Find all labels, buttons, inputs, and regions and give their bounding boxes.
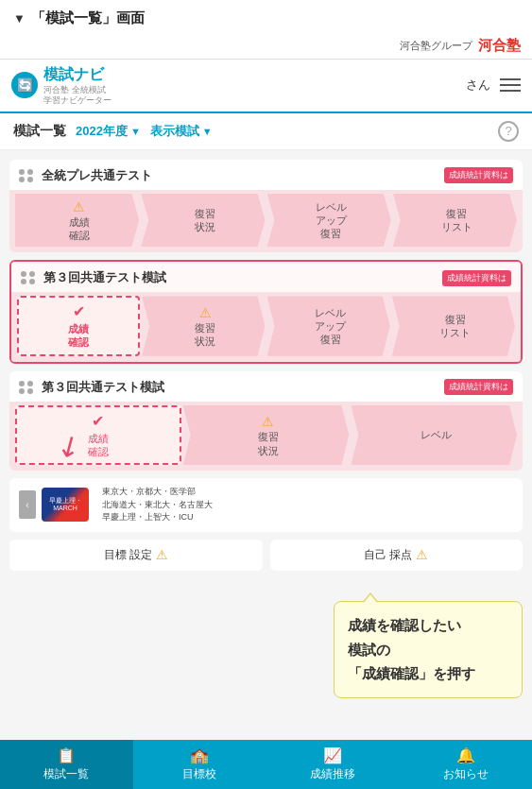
grid-icon-2: [21, 271, 36, 284]
nav-score-trend-icon: 📈: [323, 746, 342, 764]
warn-icon-goal: ⚠: [156, 547, 168, 562]
exam-1-steps: ⚠ 成績確認 復習状況 レベルアップ復習 復習リスト: [9, 190, 523, 253]
exam-2-step-1[interactable]: ✔ 成績確認: [17, 296, 140, 355]
exam-2-title: 第３回共通テスト模試: [43, 269, 435, 286]
exam-card-2: 第３回共通テスト模試 成績統計資料は ✔ 成績確認 ⚠ 復習状況 レベルアップ復…: [9, 260, 523, 363]
logo-text: 模試ナビ 河合塾 全統模試 学習ナビゲーター: [43, 65, 112, 106]
nav-exam-list[interactable]: 📋 模試一覧: [0, 740, 133, 789]
app-logo: 🔄 模試ナビ 河合塾 全統模試 学習ナビゲーター: [11, 65, 112, 106]
self-score-card[interactable]: 自己 採点 ⚠: [270, 540, 523, 571]
goal-label: 目標 設定: [104, 547, 152, 563]
exam-1-step-4[interactable]: 復習リスト: [393, 194, 517, 248]
exam-3-title: 第３回共通テスト模試: [42, 379, 437, 396]
display-select[interactable]: 表示模試 ▼: [150, 123, 213, 140]
exam-1-step-3[interactable]: レベルアップ復習: [267, 194, 391, 248]
exam-1-title: 全統プレ共通テスト: [42, 167, 437, 184]
exam-2-badge: 成績統計資料は: [442, 270, 511, 286]
warn-icon-self: ⚠: [416, 547, 428, 562]
goal-setting-inner: 目標 設定 ⚠: [104, 547, 168, 563]
exam-2-step-3[interactable]: レベルアップ復習: [267, 296, 390, 355]
self-score-inner: 自己 採点 ⚠: [364, 547, 428, 563]
year-select[interactable]: 2022年度 ▼: [76, 123, 141, 140]
page-title: 「模試一覧」画面: [31, 9, 145, 27]
nav-target-school-icon: 🏫: [190, 746, 209, 764]
exam-card-2-header: 第３回共通テスト模試 成績統計資料は: [11, 262, 521, 292]
nav-exam-list-icon: 📋: [57, 746, 76, 764]
nav-score-trend[interactable]: 📈 成績推移: [266, 740, 400, 789]
logo-icon: 🔄: [11, 72, 38, 98]
tooltip-bubble: 成績を確認したい 模試の 「成績確認」を押す: [334, 601, 523, 698]
bottom-row: 目標 設定 ⚠ 自己 採点 ⚠: [9, 540, 523, 580]
filter-bar: 模試一覧 2022年度 ▼ 表示模試 ▼ ?: [0, 113, 532, 150]
logo-sub-text: 河合塾 全統模試 学習ナビゲーター: [43, 85, 112, 106]
exam-1-step-2[interactable]: 復習状況: [141, 194, 265, 248]
app-header: 🔄 模試ナビ 河合塾 全統模試 学習ナビゲーター さん: [0, 60, 532, 113]
exam-1-arrow-row: ⚠ 成績確認 復習状況 レベルアップ復習 復習リスト: [15, 194, 517, 248]
nav-exam-list-label: 模試一覧: [43, 766, 89, 782]
exam-card-3-header: 第３回共通テスト模試 成績統計資料は: [9, 371, 523, 402]
nav-target-school-label: 目標校: [182, 766, 216, 782]
exam-card-1-header: 全統プレ共通テスト 成績統計資料は: [9, 160, 523, 190]
grid-icon-1: [19, 169, 34, 182]
page-title-area: ▼ 「模試一覧」画面: [0, 0, 532, 33]
exam-3-step-2[interactable]: ⚠ 復習状況: [183, 405, 350, 465]
tooltip-line1: 成績を確認したい: [348, 613, 508, 638]
univ-logo-text: 早慶上理・MARCH: [42, 497, 89, 513]
check-icon-2: ✔: [73, 302, 85, 322]
check-icon-3: ✔: [92, 412, 104, 432]
exam-3-step-1[interactable]: ✔ 成績確認: [15, 405, 181, 465]
triangle-icon: ▼: [13, 11, 26, 26]
nav-notice[interactable]: 🔔 お知らせ: [399, 740, 532, 789]
nav-notice-icon: 🔔: [456, 746, 475, 764]
help-button[interactable]: ?: [498, 121, 519, 142]
exam-card-3: 第３回共通テスト模試 成績統計資料は ✔ 成績確認 ⚠ 復習状況 レベル: [9, 371, 523, 471]
breadcrumb-label: 模試一覧: [13, 123, 66, 140]
exam-1-step-1[interactable]: ⚠ 成績確認: [15, 194, 139, 248]
exam-2-step-4[interactable]: 復習リスト: [392, 296, 515, 355]
left-arrow-icon[interactable]: ‹: [19, 490, 36, 519]
exam-2-arrow-row: ✔ 成績確認 ⚠ 復習状況 レベルアップ復習 復習リスト: [17, 296, 515, 355]
warn-icon-2: ⚠: [199, 304, 212, 321]
year-chevron-icon: ▼: [130, 126, 141, 137]
logo-main-text: 模試ナビ: [43, 65, 112, 85]
nav-score-trend-label: 成績推移: [310, 766, 355, 782]
exam-card-1: 全統プレ共通テスト 成績統計資料は ⚠ 成績確認 復習状況 レベルアップ復習 復…: [9, 160, 523, 253]
exam-3-steps: ✔ 成績確認 ⚠ 復習状況 レベル: [9, 402, 523, 471]
warn-icon-1: ⚠: [73, 198, 85, 215]
grid-icon-3: [19, 381, 34, 394]
brand-group: 河合塾グループ: [400, 39, 472, 53]
tooltip-line2: 模試の: [348, 638, 508, 662]
univ-text-block: 東京大・京都大・医学部 北海道大・東北大・名古屋大 早慶上理・上智大・ICU: [102, 486, 213, 524]
exam-3-arrow-row: ✔ 成績確認 ⚠ 復習状況 レベル: [15, 405, 517, 465]
exam-1-badge: 成績統計資料は: [444, 167, 513, 183]
self-score-label: 自己 採点: [364, 547, 412, 563]
nav-target-school[interactable]: 🏫 目標校: [133, 740, 266, 789]
tooltip-line3: 「成績確認」を押す: [348, 661, 508, 686]
main-content: 全統プレ共通テスト 成績統計資料は ⚠ 成績確認 復習状況 レベルアップ復習 復…: [0, 150, 532, 774]
user-label: さん: [466, 77, 490, 94]
nav-notice-label: お知らせ: [443, 766, 489, 782]
warn-icon-3: ⚠: [262, 413, 274, 430]
exam-2-steps: ✔ 成績確認 ⚠ 復習状況 レベルアップ復習 復習リスト: [11, 292, 521, 361]
brand-bar: 河合塾グループ 河合塾: [0, 33, 532, 60]
header-right: さん: [466, 77, 521, 94]
goal-setting-card[interactable]: 目標 設定 ⚠: [9, 540, 263, 571]
brand-name: 河合塾: [478, 37, 521, 55]
bottom-nav: 📋 模試一覧 🏫 目標校 📈 成績推移 🔔 お知らせ: [0, 740, 532, 789]
univ-logo: 早慶上理・MARCH: [42, 488, 89, 522]
exam-3-badge: 成績統計資料は: [444, 379, 513, 395]
exam-3-step-3[interactable]: レベル: [351, 405, 517, 465]
exam-2-step-2[interactable]: ⚠ 復習状況: [142, 296, 265, 355]
hamburger-menu-button[interactable]: [500, 78, 521, 92]
univ-card: ‹ 早慶上理・MARCH 東京大・京都大・医学部 北海道大・東北大・名古屋大 早…: [9, 478, 523, 532]
display-chevron-icon: ▼: [202, 126, 213, 137]
